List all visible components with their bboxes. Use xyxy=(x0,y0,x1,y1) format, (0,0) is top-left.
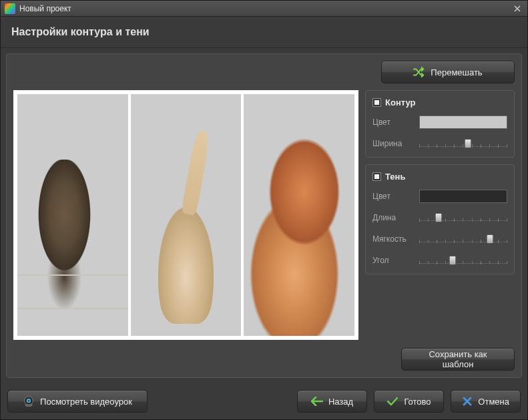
preview-cell[interactable] xyxy=(244,94,354,336)
shadow-color-label: Цвет xyxy=(372,192,414,201)
shadow-softness-row: Мягкость xyxy=(372,232,507,246)
preview-cell[interactable] xyxy=(17,94,128,336)
shadow-angle-slider[interactable] xyxy=(419,254,507,267)
save-row: Сохранить как шаблон xyxy=(13,348,515,371)
footer: Посмотреть видеоурок Назад Готово Отмена xyxy=(1,383,527,419)
close-button[interactable] xyxy=(511,3,523,15)
shadow-softness-label: Мягкость xyxy=(372,234,414,244)
contour-color-row: Цвет xyxy=(372,116,507,129)
done-button[interactable]: Готово xyxy=(374,390,444,413)
cancel-icon xyxy=(462,395,473,407)
back-button[interactable]: Назад xyxy=(297,390,367,413)
watch-video-button[interactable]: Посмотреть видеоурок xyxy=(7,390,148,413)
back-label: Назад xyxy=(328,397,353,407)
window-title: Новый проект xyxy=(19,4,511,13)
cancel-label: Отмена xyxy=(478,397,509,407)
cancel-button[interactable]: Отмена xyxy=(451,390,521,413)
contour-panel: Контур Цвет Ширина xyxy=(365,90,515,158)
check-icon xyxy=(386,395,399,407)
shadow-angle-label: Угол xyxy=(372,256,414,265)
content: Перемешать Контур Цве xyxy=(1,48,527,383)
app-icon xyxy=(5,3,15,14)
shadow-length-row: Длина xyxy=(372,211,507,224)
contour-panel-title: Контур xyxy=(372,97,507,108)
webcam-icon xyxy=(23,395,35,407)
shuffle-label: Перемешать xyxy=(431,67,482,77)
shadow-length-slider[interactable] xyxy=(419,211,507,224)
preview-cell[interactable] xyxy=(131,94,242,336)
page-title: Настройки контура и тени xyxy=(11,26,517,38)
main-row: Контур Цвет Ширина xyxy=(13,90,515,340)
content-inner: Перемешать Контур Цве xyxy=(6,53,522,378)
top-actions: Перемешать xyxy=(13,61,515,83)
shadow-softness-slider[interactable] xyxy=(419,232,507,246)
shadow-panel: Тень Цвет Длина xyxy=(365,164,515,274)
shadow-angle-row: Угол xyxy=(372,254,507,267)
svg-point-2 xyxy=(27,399,29,401)
titlebar: Новый проект xyxy=(1,1,527,17)
settings-sidebar: Контур Цвет Ширина xyxy=(365,90,515,340)
contour-title-label: Контур xyxy=(385,97,415,108)
contour-width-label: Ширина xyxy=(372,139,414,148)
close-icon xyxy=(514,5,521,12)
contour-width-slider[interactable] xyxy=(419,137,507,150)
arrow-left-icon xyxy=(311,395,323,407)
contour-width-row: Ширина xyxy=(372,137,507,150)
shuffle-button[interactable]: Перемешать xyxy=(381,61,515,83)
preview-area xyxy=(13,90,358,340)
done-label: Готово xyxy=(404,397,431,407)
save-template-label: Сохранить как шаблон xyxy=(413,349,503,369)
shadow-color-swatch[interactable] xyxy=(419,190,507,203)
shuffle-icon xyxy=(413,66,425,78)
shadow-title-label: Тень xyxy=(385,172,405,182)
watch-video-label: Посмотреть видеоурок xyxy=(40,397,132,407)
shadow-color-row: Цвет xyxy=(372,190,507,203)
contour-color-swatch[interactable] xyxy=(419,116,507,129)
contour-color-label: Цвет xyxy=(372,118,414,127)
contour-checkbox[interactable] xyxy=(372,98,381,107)
shadow-panel-title: Тень xyxy=(372,172,507,182)
shadow-checkbox[interactable] xyxy=(372,172,381,181)
header: Настройки контура и тени xyxy=(1,17,527,48)
shadow-length-label: Длина xyxy=(372,213,414,222)
save-template-button[interactable]: Сохранить как шаблон xyxy=(401,348,515,371)
